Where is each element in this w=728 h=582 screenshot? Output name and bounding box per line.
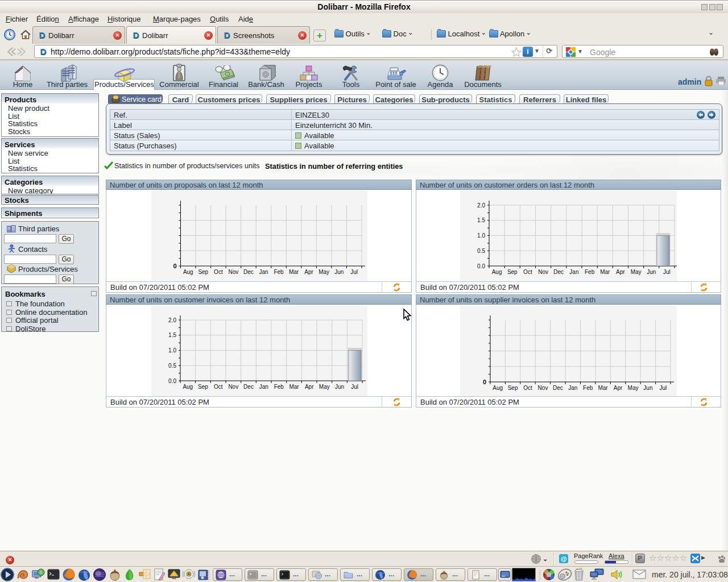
svg-text:Sep: Sep bbox=[508, 385, 518, 391]
svg-text:Nov: Nov bbox=[538, 385, 548, 391]
svg-text:Feb: Feb bbox=[583, 385, 593, 391]
svg-text:Oct: Oct bbox=[523, 385, 532, 391]
svg-text:2.0: 2.0 bbox=[168, 317, 176, 323]
svg-text:Apr: Apr bbox=[616, 269, 625, 275]
svg-text:Mar: Mar bbox=[598, 385, 608, 391]
svg-text:May: May bbox=[318, 269, 329, 275]
svg-text:Apr: Apr bbox=[614, 385, 623, 391]
svg-text:0: 0 bbox=[173, 263, 176, 269]
svg-text:Jun: Jun bbox=[335, 384, 344, 390]
svg-text:1.5: 1.5 bbox=[477, 217, 485, 223]
svg-text:Jun: Jun bbox=[643, 385, 652, 391]
svg-text:Dec: Dec bbox=[243, 384, 254, 390]
svg-text:May: May bbox=[628, 385, 639, 391]
svg-text:1.0: 1.0 bbox=[168, 347, 176, 354]
svg-text:Sep: Sep bbox=[507, 269, 518, 275]
svg-text:Apr: Apr bbox=[305, 384, 314, 390]
svg-text:Sep: Sep bbox=[198, 269, 208, 275]
svg-text:Apr: Apr bbox=[304, 269, 313, 275]
svg-text:Feb: Feb bbox=[585, 269, 595, 275]
svg-text:Feb: Feb bbox=[274, 269, 284, 275]
svg-text:2.0: 2.0 bbox=[477, 202, 485, 209]
svg-text:Nov: Nov bbox=[229, 269, 239, 275]
svg-text:Jul: Jul bbox=[350, 269, 358, 275]
svg-text:Dec: Dec bbox=[553, 385, 563, 391]
svg-text:Jul: Jul bbox=[659, 385, 667, 391]
svg-text:Nov: Nov bbox=[538, 269, 548, 275]
svg-text:Jan: Jan bbox=[259, 384, 268, 390]
svg-text:Jan: Jan bbox=[259, 269, 268, 275]
svg-text:Mar: Mar bbox=[600, 269, 610, 275]
svg-text:Oct: Oct bbox=[214, 384, 223, 390]
svg-text:0.0: 0.0 bbox=[168, 378, 176, 384]
svg-text:Oct: Oct bbox=[523, 269, 532, 275]
svg-text:0.0: 0.0 bbox=[477, 263, 485, 269]
svg-text:Jun: Jun bbox=[647, 269, 656, 275]
svg-text:Jan: Jan bbox=[569, 269, 578, 275]
svg-text:Dec: Dec bbox=[243, 269, 254, 275]
svg-text:0: 0 bbox=[483, 379, 486, 385]
svg-text:Mar: Mar bbox=[289, 269, 299, 275]
svg-text:Mar: Mar bbox=[289, 384, 299, 390]
svg-text:Aug: Aug bbox=[183, 384, 193, 390]
svg-text:Jul: Jul bbox=[351, 384, 358, 390]
svg-text:Jul: Jul bbox=[663, 269, 671, 275]
svg-text:0.5: 0.5 bbox=[168, 363, 176, 369]
svg-text:Jun: Jun bbox=[334, 269, 344, 275]
svg-text:0.5: 0.5 bbox=[477, 248, 485, 254]
svg-text:Aug: Aug bbox=[492, 269, 502, 275]
svg-text:1.0: 1.0 bbox=[477, 232, 485, 239]
svg-text:Dec: Dec bbox=[553, 269, 564, 275]
svg-text:Feb: Feb bbox=[274, 384, 284, 390]
svg-text:1.5: 1.5 bbox=[168, 332, 176, 338]
svg-text:Aug: Aug bbox=[493, 385, 503, 391]
svg-text:Oct: Oct bbox=[214, 269, 223, 275]
svg-text:Nov: Nov bbox=[228, 384, 238, 390]
svg-text:May: May bbox=[631, 269, 642, 275]
svg-text:May: May bbox=[319, 384, 330, 390]
svg-text:Aug: Aug bbox=[183, 269, 193, 275]
svg-text:Jan: Jan bbox=[568, 385, 577, 391]
svg-text:Sep: Sep bbox=[198, 384, 208, 390]
